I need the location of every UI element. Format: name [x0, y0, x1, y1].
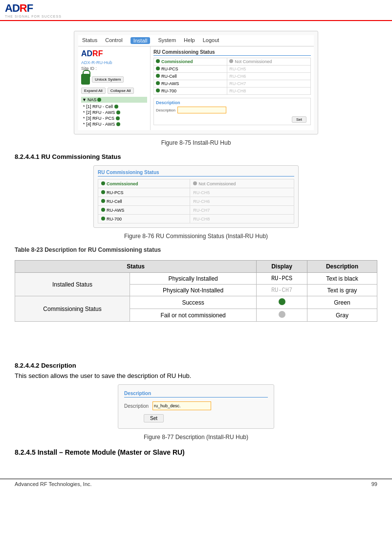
tree-item-label: [1] RFU - Cell: [87, 104, 113, 109]
fig76-not-commissioned-label: Not Commissioned: [198, 181, 236, 186]
nav-install[interactable]: Install: [131, 37, 151, 44]
fig76-ru-700: RU-700: [107, 217, 122, 221]
table-row: Commissioning Status Success Green: [15, 296, 377, 309]
ru-status-table-fig76: Commissioned Not Commissioned RU-PCS RU-…: [98, 179, 294, 223]
not-commissioned-label: Not Commissioned: [235, 59, 272, 64]
fig76-ru-pcs-dot: [101, 190, 105, 194]
fig76-ru-cell: RU-Cell: [107, 199, 122, 204]
ru-cell: RU-Cell: [161, 74, 177, 79]
nav-logout[interactable]: Logout: [203, 37, 219, 44]
nav-help[interactable]: Help: [184, 37, 195, 44]
sidebar-btn-group: Expand All Collapse All: [81, 88, 147, 94]
fig76-ru-aws: RU-AWS: [107, 208, 124, 213]
header: ADRF THE SIGNAL FOR SUCCESS: [0, 0, 392, 21]
sidebar-lock-area: Unlock System: [81, 74, 147, 85]
desc-gray-comm: Gray: [307, 309, 377, 322]
desc-row-fig75: Description: [156, 107, 308, 113]
description-section-fig75: Description Description Set: [153, 98, 311, 125]
footer-page: 99: [371, 481, 377, 487]
col-header-status: Status: [15, 261, 257, 273]
nav-control[interactable]: Control: [105, 37, 122, 44]
physically-not-installed-cell: Physically Not-Installed: [130, 285, 257, 296]
tagline: THE SIGNAL FOR SUCCESS: [5, 15, 62, 18]
expand-all-button[interactable]: Expand All: [81, 88, 106, 94]
not-commissioned-dot: [229, 59, 233, 63]
col-header-description: Description: [307, 261, 377, 273]
table-823: Status Display Description Installed Sta…: [15, 260, 377, 322]
table-row: Installed Status Physically Installed RU…: [15, 273, 377, 285]
ru-pcs: RU-PCS: [161, 66, 178, 71]
fig76-commissioned-label: Commissioned: [107, 181, 138, 186]
table-823-caption: Table 8-23 Description for RU Commission…: [15, 246, 377, 253]
tree-item-dot-3: [116, 116, 120, 120]
app-main-panel: RU Commissioning Status Commissioned Not…: [151, 46, 314, 130]
figure-77-caption: Figure 8-77 Description (Install-RU Hub): [15, 434, 377, 441]
app-sidebar: ADRF ADX-R-RU-Hub Site ID : Unlock Syste…: [78, 46, 151, 130]
logo-text: ADRF: [5, 2, 62, 15]
fig76-ru-cell-dot: [101, 199, 105, 203]
tree-root-label: NAS: [87, 97, 97, 102]
tree-item-label-4: [4] RFU - AWS: [87, 122, 115, 127]
fail-cell: Fail or not commissioned: [130, 309, 257, 322]
fig76-not-commissioned-dot: [193, 181, 197, 185]
section-8241-heading: 8.2.4.4.1 RU Commissioning Status: [15, 153, 377, 160]
desc-input-fig75[interactable]: [177, 107, 226, 113]
fig76-ru-ch8: RU-CH8: [193, 217, 210, 221]
desc-set-button-fig75[interactable]: Set: [292, 116, 306, 123]
tree-star-2: *: [83, 110, 85, 115]
ru-pcs-display: RU-PCS: [271, 275, 292, 282]
desc-fig-title: Description: [124, 391, 268, 398]
commissioning-status-cell: Commissioning Status: [15, 296, 130, 322]
ru-commissioning-mini-table: Commissioned Not Commissioned RU-PCS RU-…: [153, 58, 311, 95]
app-mockup: Status Control Install System Help Logou…: [74, 31, 318, 134]
desc-gray: Text is gray: [307, 285, 377, 296]
ru-700-dot: [156, 88, 160, 92]
nav-status[interactable]: Status: [82, 37, 97, 44]
desc-fig-input[interactable]: [152, 401, 211, 410]
display-gray-dot: [257, 309, 307, 322]
tree-item-label-2: [2] RFU - AWS: [87, 110, 115, 115]
fig76-ru-aws-dot: [101, 208, 105, 212]
ru-ch7: RU-CH7: [229, 81, 246, 86]
figure-75-caption: Figure 8-75 Install-RU Hub: [15, 139, 377, 146]
ru-pcs-dot: [156, 66, 160, 70]
tree-item-1[interactable]: * [1] RFU - Cell: [81, 104, 147, 110]
green-circle-icon: [279, 298, 285, 305]
app-nav: Status Control Install System Help Logou…: [78, 35, 314, 46]
tree-item-4[interactable]: * [4] RFU - AWS: [81, 121, 147, 127]
desc-fig-set-button[interactable]: Set: [144, 414, 164, 422]
fig76-ru-ch7: RU-CH7: [193, 208, 210, 213]
desc-fig-label: Description: [124, 403, 149, 409]
ru-ch5: RU-CH5: [229, 66, 246, 71]
main-content: Status Control Install System Help Logou…: [0, 21, 392, 469]
figure-77-box: Description Description Set: [118, 384, 274, 429]
desc-fig-btn-row: Set: [124, 414, 268, 422]
tree-item-3[interactable]: * [3] RFU - PCS: [81, 115, 147, 121]
tree-item-2[interactable]: * [2] RFU - AWS: [81, 110, 147, 115]
figure-75-box: Status Control Install System Help Logou…: [74, 31, 318, 134]
fig76-ru-ch5: RU-CH5: [193, 190, 210, 195]
tree-item-label-3: [3] RFU - PCS: [87, 116, 115, 121]
tree-root-nas[interactable]: ▼ NAS: [81, 97, 147, 103]
nav-system[interactable]: System: [158, 37, 176, 44]
gray-circle-icon: [279, 311, 285, 318]
tree-star-4: *: [83, 122, 85, 127]
ru-comm-status-title-fig75: RU Commissioning Status: [153, 49, 311, 56]
unlock-button[interactable]: Unlock System: [92, 76, 124, 83]
tree-item-dot-4: [116, 122, 120, 126]
desc-label-fig75: Description: [156, 108, 175, 112]
fig76-ru-ch6: RU-CH6: [193, 199, 210, 204]
desc-black: Text is black: [307, 273, 377, 285]
section-845-heading: 8.2.4.5 Install – Remote Module (Master …: [15, 448, 377, 456]
ru-status-fig-title: RU Commissioning Status: [98, 170, 294, 177]
desc-title-fig75: Description: [156, 100, 308, 105]
tree-item-dot-1: [114, 105, 118, 109]
display-ru-pcs: RU-PCS: [257, 273, 307, 285]
sidebar-tree: ▼ NAS * [1] RFU - Cell * [2] RFU - AWS: [81, 97, 147, 127]
collapse-all-button[interactable]: Collapse All: [108, 88, 134, 94]
physically-installed-cell: Physically Installed: [130, 273, 257, 285]
display-green-dot: [257, 296, 307, 309]
footer-company: Advanced RF Technologies, Inc.: [15, 481, 92, 487]
section-8242-body: This section allows the user to save the…: [15, 372, 377, 379]
sidebar-device: ADX-R-RU-Hub: [81, 60, 147, 65]
